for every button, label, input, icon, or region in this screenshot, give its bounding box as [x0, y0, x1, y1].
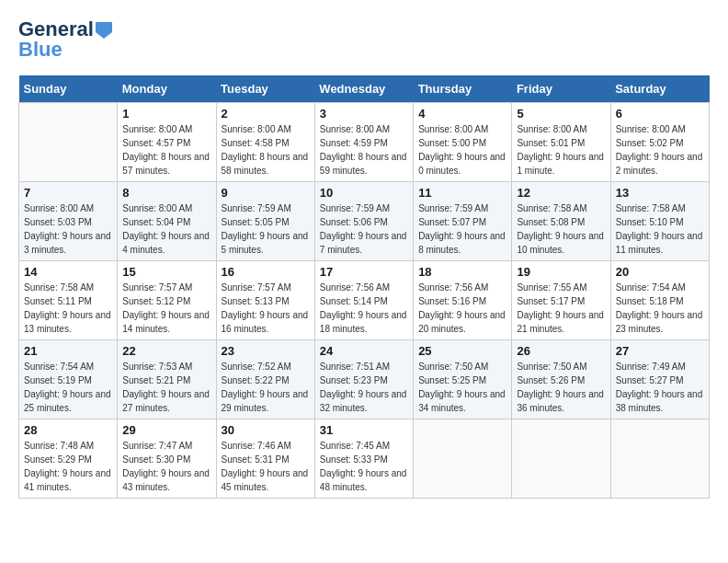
calendar-cell: 16Sunrise: 7:57 AMSunset: 5:13 PMDayligh…	[216, 261, 314, 340]
calendar-cell	[610, 419, 709, 499]
day-number: 1	[122, 107, 210, 121]
day-info: Sunrise: 7:55 AMSunset: 5:17 PMDaylight:…	[517, 281, 605, 336]
day-number: 19	[517, 265, 605, 279]
day-info: Sunrise: 7:50 AMSunset: 5:25 PMDaylight:…	[418, 360, 506, 415]
day-info: Sunrise: 8:00 AMSunset: 5:00 PMDaylight:…	[418, 122, 506, 178]
calendar-cell: 21Sunrise: 7:54 AMSunset: 5:19 PMDayligh…	[19, 340, 118, 419]
day-info: Sunrise: 7:58 AMSunset: 5:08 PMDaylight:…	[517, 201, 605, 257]
day-info: Sunrise: 7:59 AMSunset: 5:06 PMDaylight:…	[320, 201, 408, 257]
day-info: Sunrise: 7:53 AMSunset: 5:21 PMDaylight:…	[122, 360, 210, 415]
day-info: Sunrise: 7:52 AMSunset: 5:22 PMDaylight:…	[222, 360, 310, 415]
day-number: 3	[320, 107, 408, 121]
calendar-cell	[19, 103, 118, 182]
calendar-cell: 11Sunrise: 7:59 AMSunset: 5:07 PMDayligh…	[414, 182, 512, 261]
calendar-cell: 2Sunrise: 8:00 AMSunset: 4:58 PMDaylight…	[216, 103, 314, 182]
calendar-cell: 14Sunrise: 7:58 AMSunset: 5:11 PMDayligh…	[19, 261, 118, 340]
day-number: 16	[222, 265, 310, 279]
day-number: 31	[320, 423, 408, 437]
day-info: Sunrise: 7:57 AMSunset: 5:12 PMDaylight:…	[122, 281, 210, 336]
calendar-cell: 10Sunrise: 7:59 AMSunset: 5:06 PMDayligh…	[314, 182, 413, 261]
calendar-cell: 23Sunrise: 7:52 AMSunset: 5:22 PMDayligh…	[216, 340, 314, 419]
page-header: General Blue	[18, 18, 710, 61]
day-number: 10	[320, 186, 408, 200]
day-number: 25	[418, 344, 506, 358]
calendar-cell: 6Sunrise: 8:00 AMSunset: 5:02 PMDaylight…	[610, 103, 709, 182]
day-number: 6	[616, 107, 704, 121]
header-tuesday: Tuesday	[216, 75, 314, 103]
day-number: 26	[517, 344, 605, 358]
day-info: Sunrise: 8:00 AMSunset: 4:58 PMDaylight:…	[222, 122, 310, 178]
day-number: 21	[24, 344, 112, 358]
logo: General Blue	[18, 18, 112, 61]
header-thursday: Thursday	[414, 75, 512, 103]
day-number: 14	[24, 265, 112, 279]
day-number: 28	[24, 423, 112, 437]
calendar-cell: 27Sunrise: 7:49 AMSunset: 5:27 PMDayligh…	[610, 340, 709, 419]
day-info: Sunrise: 7:51 AMSunset: 5:23 PMDaylight:…	[320, 360, 408, 415]
day-number: 2	[222, 107, 310, 121]
day-number: 30	[222, 423, 310, 437]
calendar-cell: 31Sunrise: 7:45 AMSunset: 5:33 PMDayligh…	[314, 419, 413, 499]
calendar-week-row: 7Sunrise: 8:00 AMSunset: 5:03 PMDaylight…	[19, 182, 710, 261]
calendar-cell: 18Sunrise: 7:56 AMSunset: 5:16 PMDayligh…	[414, 261, 512, 340]
calendar-week-row: 28Sunrise: 7:48 AMSunset: 5:29 PMDayligh…	[19, 419, 710, 499]
calendar-cell	[414, 419, 512, 499]
day-info: Sunrise: 8:00 AMSunset: 4:59 PMDaylight:…	[320, 122, 408, 178]
day-number: 13	[616, 186, 704, 200]
day-number: 27	[616, 344, 704, 358]
day-info: Sunrise: 8:00 AMSunset: 5:03 PMDaylight:…	[24, 201, 112, 257]
day-number: 18	[418, 265, 506, 279]
calendar-cell: 1Sunrise: 8:00 AMSunset: 4:57 PMDaylight…	[118, 103, 216, 182]
day-info: Sunrise: 7:58 AMSunset: 5:10 PMDaylight:…	[616, 201, 704, 257]
day-number: 20	[616, 265, 704, 279]
day-info: Sunrise: 7:46 AMSunset: 5:31 PMDaylight:…	[222, 439, 310, 494]
calendar-week-row: 21Sunrise: 7:54 AMSunset: 5:19 PMDayligh…	[19, 340, 710, 419]
header-saturday: Saturday	[610, 75, 709, 103]
day-number: 22	[122, 344, 210, 358]
day-info: Sunrise: 8:00 AMSunset: 5:01 PMDaylight:…	[517, 122, 605, 178]
day-number: 15	[122, 265, 210, 279]
calendar-table: SundayMondayTuesdayWednesdayThursdayFrid…	[18, 75, 710, 499]
day-number: 12	[517, 186, 605, 200]
day-info: Sunrise: 7:45 AMSunset: 5:33 PMDaylight:…	[320, 439, 408, 494]
day-info: Sunrise: 7:58 AMSunset: 5:11 PMDaylight:…	[24, 281, 112, 336]
calendar-cell: 22Sunrise: 7:53 AMSunset: 5:21 PMDayligh…	[118, 340, 216, 419]
day-info: Sunrise: 8:00 AMSunset: 5:04 PMDaylight:…	[122, 201, 210, 257]
calendar-cell: 8Sunrise: 8:00 AMSunset: 5:04 PMDaylight…	[118, 182, 216, 261]
day-number: 11	[418, 186, 506, 200]
calendar-week-row: 14Sunrise: 7:58 AMSunset: 5:11 PMDayligh…	[19, 261, 710, 340]
day-info: Sunrise: 7:54 AMSunset: 5:19 PMDaylight:…	[24, 360, 112, 415]
calendar-cell: 15Sunrise: 7:57 AMSunset: 5:12 PMDayligh…	[118, 261, 216, 340]
day-info: Sunrise: 7:56 AMSunset: 5:16 PMDaylight:…	[418, 281, 506, 336]
day-number: 5	[517, 107, 605, 121]
day-number: 24	[320, 344, 408, 358]
logo-icon	[96, 22, 112, 39]
day-info: Sunrise: 7:59 AMSunset: 5:07 PMDaylight:…	[418, 201, 506, 257]
day-number: 17	[320, 265, 408, 279]
day-number: 9	[222, 186, 310, 200]
day-info: Sunrise: 7:57 AMSunset: 5:13 PMDaylight:…	[222, 281, 310, 336]
calendar-cell: 28Sunrise: 7:48 AMSunset: 5:29 PMDayligh…	[19, 419, 118, 499]
calendar-week-row: 1Sunrise: 8:00 AMSunset: 4:57 PMDaylight…	[19, 103, 710, 182]
calendar-cell: 29Sunrise: 7:47 AMSunset: 5:30 PMDayligh…	[118, 419, 216, 499]
calendar-cell: 13Sunrise: 7:58 AMSunset: 5:10 PMDayligh…	[610, 182, 709, 261]
day-number: 23	[222, 344, 310, 358]
day-info: Sunrise: 7:59 AMSunset: 5:05 PMDaylight:…	[222, 201, 310, 257]
header-wednesday: Wednesday	[314, 75, 413, 103]
calendar-cell: 26Sunrise: 7:50 AMSunset: 5:26 PMDayligh…	[512, 340, 610, 419]
day-info: Sunrise: 7:50 AMSunset: 5:26 PMDaylight:…	[517, 360, 605, 415]
calendar-cell: 30Sunrise: 7:46 AMSunset: 5:31 PMDayligh…	[216, 419, 314, 499]
day-number: 4	[418, 107, 506, 121]
svg-marker-0	[96, 22, 112, 39]
calendar-cell: 19Sunrise: 7:55 AMSunset: 5:17 PMDayligh…	[512, 261, 610, 340]
header-friday: Friday	[512, 75, 610, 103]
calendar-cell	[512, 419, 610, 499]
header-monday: Monday	[118, 75, 216, 103]
day-info: Sunrise: 8:00 AMSunset: 4:57 PMDaylight:…	[122, 122, 210, 178]
calendar-header-row: SundayMondayTuesdayWednesdayThursdayFrid…	[19, 75, 710, 103]
calendar-cell: 7Sunrise: 8:00 AMSunset: 5:03 PMDaylight…	[19, 182, 118, 261]
day-number: 8	[122, 186, 210, 200]
calendar-cell: 20Sunrise: 7:54 AMSunset: 5:18 PMDayligh…	[610, 261, 709, 340]
day-number: 29	[122, 423, 210, 437]
calendar-cell: 25Sunrise: 7:50 AMSunset: 5:25 PMDayligh…	[414, 340, 512, 419]
